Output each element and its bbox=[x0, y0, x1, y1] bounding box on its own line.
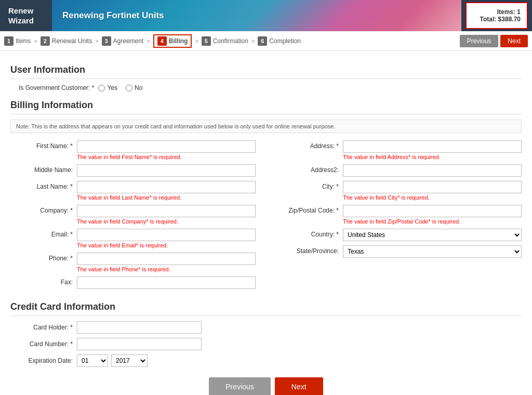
address2-row: Address2: bbox=[276, 164, 522, 177]
company-group: Company: * The value in field Company* i… bbox=[10, 205, 256, 225]
step-label-4: Billing bbox=[169, 37, 188, 45]
brand-logo: Renew Wizard bbox=[0, 0, 52, 31]
step-label-5: Confirmation bbox=[213, 37, 248, 45]
fax-group: Fax: bbox=[10, 276, 256, 289]
zip-row: Zip/Postal Code: * bbox=[276, 205, 522, 217]
gov-yes-label: Yes bbox=[107, 84, 117, 91]
gov-no-option[interactable]: No bbox=[126, 84, 142, 91]
middle-name-row: Middle Name: bbox=[10, 164, 256, 177]
email-error: The value in field Email* is required. bbox=[77, 242, 256, 248]
header-title-area: Renewing Fortinet Units bbox=[52, 0, 461, 31]
address-row: Address: * bbox=[276, 140, 522, 153]
next-button-bottom[interactable]: Next bbox=[275, 377, 323, 395]
gov-no-label: No bbox=[135, 84, 142, 91]
credit-card-section: Credit Card Information Card Holder: * C… bbox=[10, 301, 522, 367]
items-total: Total: $388.70 bbox=[473, 16, 521, 23]
zip-group: Zip/Postal Code: * The value in field Zi… bbox=[276, 205, 522, 225]
first-name-row: First Name: * bbox=[10, 140, 256, 153]
step-billing[interactable]: 4 Billing bbox=[153, 34, 192, 48]
address2-input[interactable] bbox=[343, 164, 522, 177]
card-number-row: Card Number: * bbox=[10, 338, 522, 350]
city-group: City: * The value in field City* is requ… bbox=[276, 181, 522, 201]
main-content: User Information Is Government Customer:… bbox=[0, 51, 532, 395]
company-label: Company: * bbox=[10, 205, 73, 214]
address-input[interactable] bbox=[343, 140, 522, 153]
step-completion[interactable]: 6 Completion bbox=[258, 36, 301, 46]
gov-yes-option[interactable]: Yes bbox=[98, 84, 117, 91]
breadcrumb-steps: 1 Items > 2 Renewal Units > 3 Agreement … bbox=[4, 34, 460, 48]
items-summary-box: Items: 1 Total: $388.70 bbox=[466, 2, 528, 29]
phone-label: Phone: * bbox=[10, 253, 73, 262]
email-group: Email: * The value in field Email* is re… bbox=[10, 229, 256, 248]
credit-card-title: Credit Card Information bbox=[10, 301, 522, 316]
state-select[interactable]: Texas California New York bbox=[343, 245, 522, 258]
email-input[interactable] bbox=[77, 229, 256, 241]
next-button-top[interactable]: Next bbox=[500, 35, 528, 47]
fax-row: Fax: bbox=[10, 276, 256, 289]
arrow-3: > bbox=[147, 38, 150, 44]
step-agreement[interactable]: 3 Agreement bbox=[102, 36, 144, 46]
middle-name-label: Middle Name: bbox=[10, 164, 73, 174]
billing-note: Note: This is the address that appears o… bbox=[10, 120, 522, 133]
breadcrumb-bar: 1 Items > 2 Renewal Units > 3 Agreement … bbox=[0, 31, 532, 51]
exp-date-label: Expiration Date: bbox=[10, 357, 73, 364]
city-input[interactable] bbox=[343, 181, 522, 193]
phone-row: Phone: * bbox=[10, 253, 256, 265]
gov-no-radio[interactable] bbox=[126, 85, 132, 91]
bottom-buttons: Previous Next bbox=[10, 377, 522, 395]
state-group: State/Province: Texas California New Yor… bbox=[276, 245, 522, 258]
address2-label: Address2: bbox=[276, 164, 339, 174]
company-error: The value in field Company* is required. bbox=[77, 218, 256, 225]
last-name-group: Last Name: * The value in field Last Nam… bbox=[10, 181, 256, 201]
first-name-label: First Name: * bbox=[10, 140, 73, 150]
gov-customer-row: Is Government Customer: * Yes No bbox=[19, 84, 522, 91]
step-num-5: 5 bbox=[202, 36, 211, 46]
step-label-2: Renewal Units bbox=[52, 37, 92, 45]
city-label: City: * bbox=[276, 181, 339, 190]
gov-yes-radio[interactable] bbox=[98, 85, 105, 91]
expiration-group: 01 020304 050607 080910 1112 2017 201820… bbox=[77, 354, 148, 367]
credit-card-form: Card Holder: * Card Number: * Expiration… bbox=[10, 321, 522, 367]
address-group: Address: * The value in field Address* i… bbox=[276, 140, 522, 160]
step-label-6: Completion bbox=[269, 37, 301, 45]
previous-button-top[interactable]: Previous bbox=[460, 35, 499, 47]
city-row: City: * bbox=[276, 181, 522, 193]
step-items[interactable]: 1 Items bbox=[4, 36, 31, 46]
step-renewal-units[interactable]: 2 Renewal Units bbox=[41, 36, 92, 46]
fax-input[interactable] bbox=[77, 276, 256, 289]
items-count: Items: 1 bbox=[473, 8, 521, 16]
header: Renew Wizard Renewing Fortinet Units Ite… bbox=[0, 0, 532, 31]
phone-input[interactable] bbox=[77, 253, 256, 265]
middle-name-input[interactable] bbox=[77, 164, 256, 177]
billing-right-col: Address: * The value in field Address* i… bbox=[276, 140, 522, 293]
country-group: Country: * United States Canada United K… bbox=[276, 229, 522, 241]
arrow-2: > bbox=[95, 38, 98, 44]
card-holder-input[interactable] bbox=[77, 321, 202, 334]
address2-group: Address2: bbox=[276, 164, 522, 177]
first-name-error: The value in field First Name* is requir… bbox=[77, 154, 256, 160]
exp-year-select[interactable]: 2017 201820192020 20212022 bbox=[111, 354, 148, 367]
arrow-4: > bbox=[195, 38, 198, 44]
exp-month-select[interactable]: 01 020304 050607 080910 1112 bbox=[77, 354, 108, 367]
middle-name-group: Middle Name: bbox=[10, 164, 256, 177]
state-row: State/Province: Texas California New Yor… bbox=[276, 245, 522, 258]
step-num-6: 6 bbox=[258, 36, 267, 46]
last-name-input[interactable] bbox=[77, 181, 256, 193]
last-name-label: Last Name: * bbox=[10, 181, 73, 190]
country-select[interactable]: United States Canada United Kingdom bbox=[343, 229, 522, 241]
phone-group: Phone: * The value in field Phone* is re… bbox=[10, 253, 256, 272]
email-label: Email: * bbox=[10, 229, 73, 238]
step-confirmation[interactable]: 5 Confirmation bbox=[202, 36, 248, 46]
first-name-input[interactable] bbox=[77, 140, 256, 153]
company-input[interactable] bbox=[77, 205, 256, 217]
user-information-title: User Information bbox=[10, 64, 522, 79]
gov-customer-radio-group: Yes No bbox=[98, 84, 142, 91]
company-row: Company: * bbox=[10, 205, 256, 217]
previous-button-bottom[interactable]: Previous bbox=[209, 377, 270, 395]
billing-left-col: First Name: * The value in field First N… bbox=[10, 140, 256, 293]
arrow-5: > bbox=[251, 38, 255, 44]
phone-error: The value in field Phone* is required. bbox=[77, 266, 256, 272]
zip-input[interactable] bbox=[343, 205, 522, 217]
billing-information-section: Billing Information Note: This is the ad… bbox=[10, 100, 522, 293]
card-number-input[interactable] bbox=[77, 338, 202, 350]
